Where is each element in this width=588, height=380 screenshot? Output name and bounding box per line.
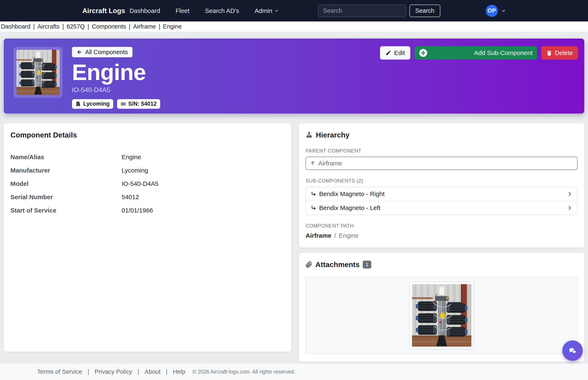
footer-separator: |	[138, 368, 139, 375]
footer-separator: |	[88, 368, 89, 375]
hero-action-buttons: Edit Add Sub-Component Delete	[380, 46, 578, 59]
footer-link-about[interactable]: About	[145, 368, 161, 375]
parent-component-name: Airframe	[318, 160, 342, 167]
detail-value: 01/01/1966	[122, 207, 153, 214]
breadcrumb-aircrafts[interactable]: Aircrafts	[37, 23, 60, 30]
arrow-left-icon	[77, 49, 82, 55]
breadcrumb-separator: |	[87, 23, 89, 30]
hero-main: All Components Engine IO-540-D4A5 Lycomi…	[72, 47, 160, 114]
engine-photo	[17, 50, 60, 95]
nav-links: Dashboard Fleet Search AD's Admin	[125, 7, 286, 14]
delete-button[interactable]: Delete	[541, 46, 578, 59]
footer: Terms of Service | Privacy Policy | Abou…	[0, 363, 588, 380]
all-components-button[interactable]: All Components	[72, 47, 132, 57]
component-details-title: Component Details	[10, 131, 285, 139]
trash-icon	[546, 50, 552, 56]
component-path-current: Engine	[339, 232, 358, 239]
arrow-return-right-icon	[311, 191, 316, 197]
hierarchy-card: Hierarchy PARENT COMPONENT Airframe SUB-…	[299, 123, 584, 247]
list-item-sub-component[interactable]: Bendix Magneto - Right	[306, 187, 577, 201]
attachments-title-row: Attachments 1	[306, 260, 578, 269]
right-column: Hierarchy PARENT COMPONENT Airframe SUB-…	[299, 123, 584, 362]
edit-button[interactable]: Edit	[380, 46, 411, 59]
search-button[interactable]: Search	[409, 5, 440, 17]
component-photo-frame	[14, 47, 63, 98]
component-model: IO-540-D4A5	[72, 86, 160, 94]
serial-number-badge: S/N: 54012	[117, 99, 160, 109]
breadcrumb-components[interactable]: Components	[92, 23, 126, 30]
attachments-count-badge: 1	[363, 261, 371, 268]
breadcrumb-separator: |	[33, 23, 35, 30]
detail-label: Serial Number	[10, 193, 122, 201]
parent-component-label: PARENT COMPONENT	[306, 148, 578, 154]
detail-label: Model	[10, 180, 122, 187]
table-row: Manufacturer Lycoming	[10, 164, 285, 177]
chat-bubbles-icon	[567, 345, 578, 356]
list-item-sub-component[interactable]: Bendix Magneto - Left	[306, 201, 577, 215]
sub-component-name: Bendix Magneto - Left	[319, 204, 380, 211]
detail-value: Lycoming	[122, 167, 148, 174]
nav-item-admin-dropdown[interactable]: Admin	[247, 7, 286, 14]
footer-link-terms[interactable]: Terms of Service	[37, 368, 82, 375]
search-input[interactable]	[318, 5, 406, 17]
table-row: Serial Number 54012	[10, 190, 285, 204]
chevron-down-icon	[274, 9, 279, 13]
attachments-panel	[306, 277, 578, 354]
nav-item-dashboard[interactable]: Dashboard	[125, 7, 168, 14]
breadcrumb-separator: |	[129, 23, 130, 30]
footer-link-privacy[interactable]: Privacy Policy	[95, 368, 132, 375]
attachment-image	[412, 284, 471, 347]
nav-item-fleet[interactable]: Fleet	[168, 7, 197, 14]
add-sub-component-button[interactable]: Add Sub-Component	[415, 46, 537, 59]
chat-button[interactable]	[562, 341, 583, 361]
chevron-right-icon	[567, 205, 573, 211]
component-path-root[interactable]: Airframe	[306, 232, 331, 239]
footer-separator: |	[166, 368, 168, 375]
barcode-icon	[121, 101, 126, 107]
path-separator: /	[334, 232, 336, 239]
hero-badges: Lycoming S/N: 54012	[72, 99, 160, 109]
delete-button-label: Delete	[555, 49, 573, 57]
nav-item-admin-label: Admin	[254, 7, 272, 14]
all-components-label: All Components	[85, 49, 128, 56]
copyright-text: © 2026 Aircraft-logs.com. All rights res…	[192, 369, 295, 375]
breadcrumb-tail-number[interactable]: 6257Q	[66, 23, 85, 30]
detail-label: Name/Alias	[10, 153, 122, 161]
attachment-thumbnail[interactable]	[409, 282, 474, 349]
chevron-down-icon	[501, 9, 506, 13]
table-row: Name/Alias Engine	[10, 151, 285, 164]
sub-components-label: SUB-COMPONENTS (2)	[306, 178, 578, 184]
arrow-up-icon	[310, 160, 315, 166]
table-row: Model IO-540-D4A5	[10, 177, 285, 190]
table-row: Start of Service 01/01/1966	[10, 204, 285, 217]
breadcrumb-engine[interactable]: Engine	[163, 23, 182, 30]
hierarchy-title-row: Hierarchy	[306, 131, 578, 139]
attachments-title: Attachments	[315, 260, 360, 269]
component-details-card: Component Details Name/Alias Engine Manu…	[4, 123, 291, 352]
chevron-right-icon	[567, 191, 573, 197]
component-hero-banner: All Components Engine IO-540-D4A5 Lycomi…	[4, 38, 584, 114]
serial-badge-label: S/N: 54012	[128, 101, 157, 107]
plus-circle-icon	[419, 49, 427, 57]
arrow-return-right-icon	[311, 205, 316, 211]
paperclip-icon	[306, 261, 312, 268]
building-icon	[76, 101, 81, 107]
avatar[interactable]: OP	[486, 5, 498, 17]
detail-value: 54012	[122, 193, 139, 201]
footer-link-help[interactable]: Help	[173, 368, 186, 375]
breadcrumb-separator: |	[159, 23, 160, 30]
add-sub-component-label: Add Sub-Component	[474, 49, 532, 57]
nav-item-search-ads[interactable]: Search AD's	[197, 7, 247, 14]
parent-component-item[interactable]: Airframe	[306, 157, 578, 170]
edit-button-label: Edit	[394, 49, 405, 57]
breadcrumb-dashboard[interactable]: Dashboard	[1, 23, 30, 30]
user-menu[interactable]: OP	[486, 5, 506, 17]
attachments-card: Attachments 1	[299, 253, 584, 362]
main-row: Component Details Name/Alias Engine Manu…	[4, 123, 584, 362]
breadcrumb-airframe[interactable]: Airframe	[133, 23, 156, 30]
page-title: Engine	[72, 60, 160, 85]
sub-component-name: Bendix Magneto - Right	[319, 190, 385, 197]
pencil-icon	[385, 50, 391, 56]
breadcrumb-separator: |	[62, 23, 64, 30]
brand-link[interactable]: Aircraft Logs	[82, 7, 125, 15]
